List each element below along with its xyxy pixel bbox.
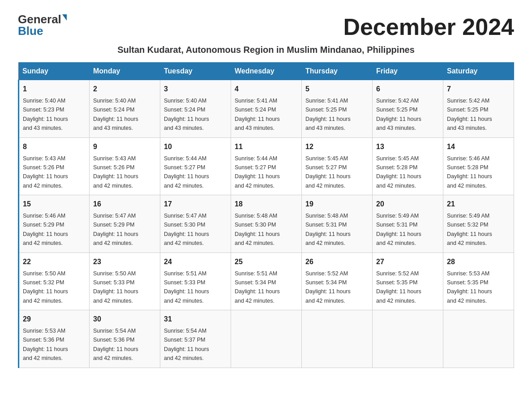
day-info: Sunrise: 5:47 AMSunset: 5:29 PMDaylight:… (93, 213, 138, 246)
day-info: Sunrise: 5:50 AMSunset: 5:33 PMDaylight:… (93, 270, 138, 304)
calendar-cell: 20 Sunrise: 5:49 AMSunset: 5:31 PMDaylig… (373, 195, 443, 253)
calendar-cell: 4 Sunrise: 5:41 AMSunset: 5:24 PMDayligh… (231, 80, 302, 138)
calendar-cell: 21 Sunrise: 5:49 AMSunset: 5:32 PMDaylig… (443, 195, 514, 253)
day-number: 29 (23, 314, 86, 325)
day-info: Sunrise: 5:47 AMSunset: 5:30 PMDaylight:… (164, 213, 209, 246)
day-info: Sunrise: 5:40 AMSunset: 5:24 PMDaylight:… (164, 98, 209, 131)
calendar-cell (443, 310, 514, 368)
calendar-cell: 11 Sunrise: 5:44 AMSunset: 5:27 PMDaylig… (231, 137, 302, 195)
calendar-cell: 17 Sunrise: 5:47 AMSunset: 5:30 PMDaylig… (160, 195, 231, 253)
day-info: Sunrise: 5:45 AMSunset: 5:27 PMDaylight:… (305, 155, 351, 189)
calendar-cell: 3 Sunrise: 5:40 AMSunset: 5:24 PMDayligh… (160, 80, 231, 138)
day-number: 14 (447, 141, 510, 152)
calendar-cell: 1 Sunrise: 5:40 AMSunset: 5:23 PMDayligh… (19, 80, 90, 138)
day-info: Sunrise: 5:51 AMSunset: 5:34 PMDaylight:… (235, 270, 280, 304)
calendar-cell: 15 Sunrise: 5:46 AMSunset: 5:29 PMDaylig… (19, 195, 90, 253)
day-info: Sunrise: 5:40 AMSunset: 5:24 PMDaylight:… (93, 98, 138, 131)
day-info: Sunrise: 5:51 AMSunset: 5:33 PMDaylight:… (164, 270, 209, 304)
calendar-cell: 10 Sunrise: 5:44 AMSunset: 5:27 PMDaylig… (160, 137, 231, 195)
day-info: Sunrise: 5:41 AMSunset: 5:24 PMDaylight:… (235, 98, 280, 131)
day-number: 23 (93, 257, 156, 267)
calendar-cell: 26 Sunrise: 5:52 AMSunset: 5:34 PMDaylig… (302, 253, 373, 310)
day-info: Sunrise: 5:43 AMSunset: 5:26 PMDaylight:… (23, 155, 68, 189)
day-number: 4 (235, 84, 298, 94)
calendar-cell: 13 Sunrise: 5:45 AMSunset: 5:28 PMDaylig… (373, 137, 443, 195)
day-info: Sunrise: 5:40 AMSunset: 5:23 PMDaylight:… (23, 98, 68, 131)
day-info: Sunrise: 5:46 AMSunset: 5:29 PMDaylight:… (23, 213, 68, 246)
page-header: General Blue December 2024 (18, 13, 514, 40)
calendar-cell: 24 Sunrise: 5:51 AMSunset: 5:33 PMDaylig… (160, 253, 231, 310)
calendar-cell: 12 Sunrise: 5:45 AMSunset: 5:27 PMDaylig… (302, 137, 373, 195)
calendar-header: SundayMondayTuesdayWednesdayThursdayFrid… (19, 63, 514, 80)
day-number: 21 (447, 199, 510, 210)
calendar-cell: 9 Sunrise: 5:43 AMSunset: 5:26 PMDayligh… (90, 137, 160, 195)
day-number: 31 (164, 314, 227, 325)
week-row-1: 1 Sunrise: 5:40 AMSunset: 5:23 PMDayligh… (19, 80, 514, 138)
calendar-cell: 16 Sunrise: 5:47 AMSunset: 5:29 PMDaylig… (90, 195, 160, 253)
header-thursday: Thursday (302, 63, 373, 80)
calendar-cell (231, 310, 302, 368)
day-number: 15 (23, 199, 86, 210)
day-info: Sunrise: 5:49 AMSunset: 5:31 PMDaylight:… (376, 213, 421, 246)
day-number: 18 (235, 199, 298, 210)
week-row-5: 29 Sunrise: 5:53 AMSunset: 5:36 PMDaylig… (19, 310, 514, 368)
header-monday: Monday (90, 63, 160, 80)
calendar-cell: 30 Sunrise: 5:54 AMSunset: 5:36 PMDaylig… (90, 310, 160, 368)
day-number: 16 (93, 199, 156, 210)
day-info: Sunrise: 5:44 AMSunset: 5:27 PMDaylight:… (235, 155, 280, 189)
day-info: Sunrise: 5:42 AMSunset: 5:25 PMDaylight:… (376, 98, 421, 131)
day-info: Sunrise: 5:48 AMSunset: 5:31 PMDaylight:… (305, 213, 351, 246)
day-info: Sunrise: 5:49 AMSunset: 5:32 PMDaylight:… (447, 213, 492, 246)
day-number: 22 (23, 257, 86, 267)
calendar-cell: 14 Sunrise: 5:46 AMSunset: 5:28 PMDaylig… (443, 137, 514, 195)
day-number: 17 (164, 199, 227, 210)
day-info: Sunrise: 5:48 AMSunset: 5:30 PMDaylight:… (235, 213, 280, 246)
week-row-4: 22 Sunrise: 5:50 AMSunset: 5:32 PMDaylig… (19, 253, 514, 310)
calendar-cell: 23 Sunrise: 5:50 AMSunset: 5:33 PMDaylig… (90, 253, 160, 310)
header-row: SundayMondayTuesdayWednesdayThursdayFrid… (19, 63, 514, 80)
day-number: 10 (164, 141, 227, 152)
page-subtitle: Sultan Kudarat, Autonomous Region in Mus… (18, 45, 514, 55)
day-info: Sunrise: 5:54 AMSunset: 5:36 PMDaylight:… (93, 328, 138, 361)
day-number: 28 (447, 257, 510, 267)
header-sunday: Sunday (19, 63, 90, 80)
header-friday: Friday (373, 63, 443, 80)
day-number: 27 (376, 257, 439, 267)
day-number: 12 (305, 141, 369, 152)
day-number: 3 (164, 84, 227, 94)
day-number: 19 (305, 199, 369, 210)
week-row-2: 8 Sunrise: 5:43 AMSunset: 5:26 PMDayligh… (19, 137, 514, 195)
calendar-cell: 6 Sunrise: 5:42 AMSunset: 5:25 PMDayligh… (373, 80, 443, 138)
calendar-cell: 27 Sunrise: 5:52 AMSunset: 5:35 PMDaylig… (373, 253, 443, 310)
calendar-cell (302, 310, 373, 368)
day-number: 11 (235, 141, 298, 152)
day-info: Sunrise: 5:53 AMSunset: 5:35 PMDaylight:… (447, 270, 492, 304)
day-number: 25 (235, 257, 298, 267)
day-number: 26 (305, 257, 369, 267)
calendar-cell: 5 Sunrise: 5:41 AMSunset: 5:25 PMDayligh… (302, 80, 373, 138)
day-info: Sunrise: 5:45 AMSunset: 5:28 PMDaylight:… (376, 155, 421, 189)
calendar-cell: 29 Sunrise: 5:53 AMSunset: 5:36 PMDaylig… (19, 310, 90, 368)
calendar-body: 1 Sunrise: 5:40 AMSunset: 5:23 PMDayligh… (19, 80, 514, 368)
day-info: Sunrise: 5:54 AMSunset: 5:37 PMDaylight:… (164, 328, 209, 361)
calendar-cell: 31 Sunrise: 5:54 AMSunset: 5:37 PMDaylig… (160, 310, 231, 368)
calendar-cell (373, 310, 443, 368)
day-info: Sunrise: 5:52 AMSunset: 5:35 PMDaylight:… (376, 270, 421, 304)
logo-triangle-icon (62, 14, 67, 21)
header-tuesday: Tuesday (160, 63, 231, 80)
day-number: 30 (93, 314, 156, 325)
week-row-3: 15 Sunrise: 5:46 AMSunset: 5:29 PMDaylig… (19, 195, 514, 253)
day-info: Sunrise: 5:50 AMSunset: 5:32 PMDaylight:… (23, 270, 68, 304)
calendar-cell: 28 Sunrise: 5:53 AMSunset: 5:35 PMDaylig… (443, 253, 514, 310)
day-info: Sunrise: 5:52 AMSunset: 5:34 PMDaylight:… (305, 270, 351, 304)
page-title: December 2024 (343, 13, 514, 40)
logo: General Blue (18, 13, 67, 37)
header-saturday: Saturday (443, 63, 514, 80)
header-wednesday: Wednesday (231, 63, 302, 80)
day-info: Sunrise: 5:53 AMSunset: 5:36 PMDaylight:… (23, 328, 68, 361)
day-number: 2 (93, 84, 156, 94)
day-number: 20 (376, 199, 439, 210)
day-info: Sunrise: 5:42 AMSunset: 5:25 PMDaylight:… (447, 98, 492, 131)
calendar-cell: 2 Sunrise: 5:40 AMSunset: 5:24 PMDayligh… (90, 80, 160, 138)
day-number: 1 (23, 84, 86, 94)
